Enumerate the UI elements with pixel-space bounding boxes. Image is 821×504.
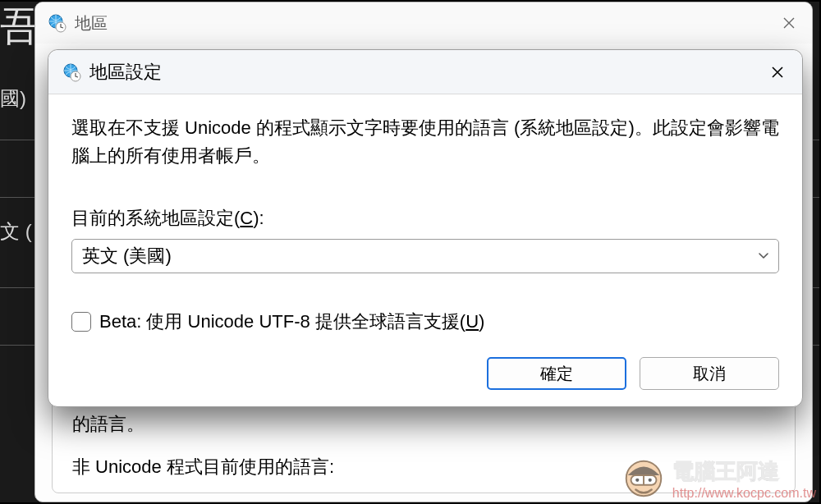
region-window-title: 地區 — [75, 12, 108, 34]
globe-clock-icon — [62, 62, 81, 82]
locale-select[interactable]: 英文 (美國) — [71, 239, 779, 273]
locale-select-label: 目前的系統地區設定(C): — [71, 206, 779, 231]
locale-select-value: 英文 (美國) — [82, 244, 172, 268]
dialog-titlebar: 地區設定 — [48, 50, 802, 94]
close-icon — [782, 16, 796, 30]
region-settings-dialog: 地區設定 選取在不支援 Unicode 的程式顯示文字時要使用的語言 (系統地區… — [48, 49, 803, 407]
utf8-beta-checkbox[interactable] — [71, 312, 91, 332]
dialog-close-button[interactable] — [759, 54, 796, 90]
close-icon — [771, 66, 784, 79]
backdrop-text-fragment: 文 ( — [0, 218, 32, 245]
utf8-beta-label: Beta: 使用 Unicode UTF-8 提供全球語言支援(U) — [99, 309, 484, 334]
dialog-description: 選取在不支援 Unicode 的程式顯示文字時要使用的語言 (系統地區設定)。此… — [71, 114, 779, 170]
cancel-button[interactable]: 取消 — [640, 357, 779, 390]
dialog-title: 地區設定 — [89, 60, 162, 85]
region-window-close-button[interactable] — [769, 3, 809, 43]
utf8-beta-checkbox-row[interactable]: Beta: 使用 Unicode UTF-8 提供全球語言支援(U) — [71, 309, 779, 334]
backdrop-text-fragment: 國) — [0, 85, 26, 112]
region-body-text: 非 Unicode 程式目前使用的語言: — [72, 455, 775, 479]
globe-clock-icon — [47, 13, 67, 33]
dialog-actions: 確定 取消 — [71, 357, 779, 390]
dialog-body: 選取在不支援 Unicode 的程式顯示文字時要使用的語言 (系統地區設定)。此… — [48, 94, 802, 406]
region-window-titlebar: 地區 — [35, 2, 812, 44]
region-body-text: 的語言。 — [72, 412, 775, 437]
ok-button[interactable]: 確定 — [487, 357, 626, 390]
chevron-down-icon — [757, 245, 770, 267]
